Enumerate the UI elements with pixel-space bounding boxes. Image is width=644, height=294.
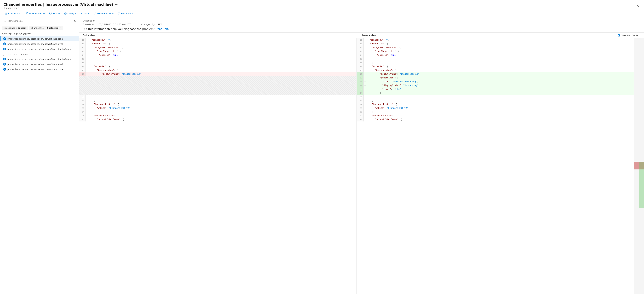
diff-line: 21 }, xyxy=(79,99,356,102)
diff-line-content: "bootDiagnostics": { xyxy=(86,50,356,53)
line-number: 15 xyxy=(79,57,86,61)
diff-line: 14 "enabled": true xyxy=(79,53,356,57)
filter-input-wrap[interactable] xyxy=(2,19,50,23)
diff-line-content: "computerName": "imageprocessvm", xyxy=(366,72,634,76)
filter-bar xyxy=(0,17,79,25)
refresh-button[interactable]: Refresh xyxy=(48,12,62,16)
line-number: 13 xyxy=(357,50,364,53)
diff-line-content: }, xyxy=(86,61,356,65)
list-item[interactable]: iproperties.extended.instanceView.powerS… xyxy=(0,67,79,72)
line-number: 20 xyxy=(357,76,364,80)
diff-line: 10 "managedBy": "", xyxy=(79,38,356,42)
line-number: 28 xyxy=(357,106,364,110)
diff-line-content: "code": "PowerState/running", xyxy=(366,80,634,84)
diagnose-yes-button[interactable]: Yes xyxy=(157,27,162,30)
diff-marker: + xyxy=(364,80,366,84)
diff-line: 24+ } xyxy=(357,91,634,95)
diff-line-content: "enabled": true xyxy=(86,53,356,57)
time-range-filter-tag[interactable]: Time range : Custom xyxy=(2,26,28,30)
line-number: 23 xyxy=(79,106,86,110)
diff-line: 30 "networkProfile": { xyxy=(357,114,634,118)
pin-current-filters-button[interactable]: Pin current filters xyxy=(92,12,116,16)
line-number: 22 xyxy=(357,84,364,88)
svg-line-4 xyxy=(5,21,6,22)
view-full-context-checkbox[interactable] xyxy=(618,34,620,36)
diff-marker: + xyxy=(364,72,366,76)
line-number: 12 xyxy=(357,46,364,50)
close-button[interactable]: ✕ xyxy=(635,3,640,8)
new-value-header: New value xyxy=(362,34,376,37)
change-item-label: properties.extended.instanceView.powerSt… xyxy=(8,63,63,66)
page-title: Changed properties | imageprocessvm (Vir… xyxy=(4,2,118,6)
change-group-header-1: 3/17/2021, 6:22:25 AM PDT xyxy=(0,52,79,56)
view-resource-button[interactable]: View resource xyxy=(4,12,24,16)
diff-line xyxy=(79,80,356,84)
list-item[interactable]: iproperties.extended.instanceView.powerS… xyxy=(0,46,79,52)
filter-tags: Time range : Custom Change level : 2 sel… xyxy=(0,25,79,31)
diff-line: 22+ "displayStatus": "VM running", xyxy=(357,84,634,88)
feedback-button[interactable]: Feedback ▾ xyxy=(116,12,134,16)
time-range-label: Time range : xyxy=(4,27,17,29)
line-number: 16 xyxy=(357,61,364,65)
diff-line-content: "displayStatus": "VM running", xyxy=(366,84,634,88)
diff-line: 24 }, xyxy=(79,110,356,114)
diff-line-content: "instanceView": { xyxy=(364,68,634,72)
diff-line: 26 "networkInterfaces": [ xyxy=(79,118,356,122)
filter-input[interactable] xyxy=(7,20,49,22)
change-level-filter-tag[interactable]: Change level : 2 selected ✕ xyxy=(29,26,63,30)
more-options-button[interactable]: ··· xyxy=(115,3,118,6)
diff-line: 16 }, xyxy=(357,61,634,65)
diff-line-content: "hardwareProfile": { xyxy=(86,102,356,106)
diff-line: 19+ "computerName": "imageprocessvm", xyxy=(357,72,634,76)
change-group-header-0: 3/17/2021, 6:22:57 AM PDT xyxy=(0,31,79,36)
diff-line xyxy=(79,76,356,80)
line-number: 24 xyxy=(357,91,364,95)
old-value-pane: 10 "managedBy": "",11 "properties": {12 … xyxy=(79,38,356,294)
diff-line: 23+ "level": "Info" xyxy=(357,88,634,91)
diff-line: 20+ "powerState": { xyxy=(357,76,634,80)
diff-line: 17 "extended": { xyxy=(357,65,634,68)
diff-line: 23 "vmSize": "Standard_DS1_v2" xyxy=(79,106,356,110)
list-item[interactable]: iproperties.extended.instanceView.powerS… xyxy=(0,36,79,41)
line-number: 25 xyxy=(79,114,86,118)
minimap-added-bar xyxy=(639,162,644,208)
diff-line: 18 "instanceView": { xyxy=(357,68,634,72)
diff-line: 22 "hardwareProfile": { xyxy=(79,102,356,106)
change-level-close-icon[interactable]: ✕ xyxy=(60,27,62,29)
diff-line-content: "vmSize": "Standard_DS1_v2" xyxy=(86,106,356,110)
diff-line: 10 "managedBy": "", xyxy=(357,38,634,42)
line-number: 17 xyxy=(357,65,364,68)
diff-line-content: "bootDiagnostics": { xyxy=(364,50,634,53)
diff-line-content: "managedBy": "", xyxy=(86,38,356,42)
diff-line: 15 } xyxy=(79,57,356,61)
diff-line-content: "networkInterfaces": [ xyxy=(364,118,634,122)
configure-button[interactable]: Configure xyxy=(63,12,78,16)
line-number: 29 xyxy=(357,110,364,114)
diff-line-content: "computerName": "imageprocessvm" xyxy=(88,72,356,76)
view-resource-icon xyxy=(5,12,7,15)
list-item[interactable]: iproperties.extended.instanceView.powerS… xyxy=(0,56,79,62)
diff-line-content: "extended": { xyxy=(364,65,634,68)
line-number: 16 xyxy=(79,61,86,65)
diff-line-content: "powerState": { xyxy=(366,76,634,80)
diagnose-no-button[interactable]: No xyxy=(164,27,168,30)
list-item[interactable]: iproperties.extended.instanceView.powerS… xyxy=(0,41,79,46)
diff-line-content: }, xyxy=(364,110,634,114)
gear-icon xyxy=(64,12,66,15)
list-item[interactable]: iproperties.extended.instanceView.powerS… xyxy=(0,62,79,67)
diff-line-content: "properties": { xyxy=(364,42,634,46)
diff-line: 11 "properties": { xyxy=(357,42,634,46)
line-number: 11 xyxy=(79,42,86,46)
diff-line-content: "level": "Info" xyxy=(366,88,634,91)
share-button[interactable]: Share xyxy=(80,12,92,16)
diff-line-content: "diagnosticsProfile": { xyxy=(86,46,356,50)
timestamp-value: 03/17/2021, 6:22:57 AM PDT xyxy=(98,23,131,26)
diff-line: 25 } xyxy=(357,95,634,99)
diff-marker: + xyxy=(364,88,366,91)
details-header: Description : Timestamp : 03/17/2021, 6:… xyxy=(79,17,644,32)
feedback-chevron-icon: ▾ xyxy=(132,12,132,14)
line-number: 30 xyxy=(357,114,364,118)
resource-health-button[interactable]: Resource health xyxy=(24,12,47,16)
collapse-panel-button[interactable] xyxy=(72,19,77,23)
diff-line: 21+ "code": "PowerState/running", xyxy=(357,80,634,84)
